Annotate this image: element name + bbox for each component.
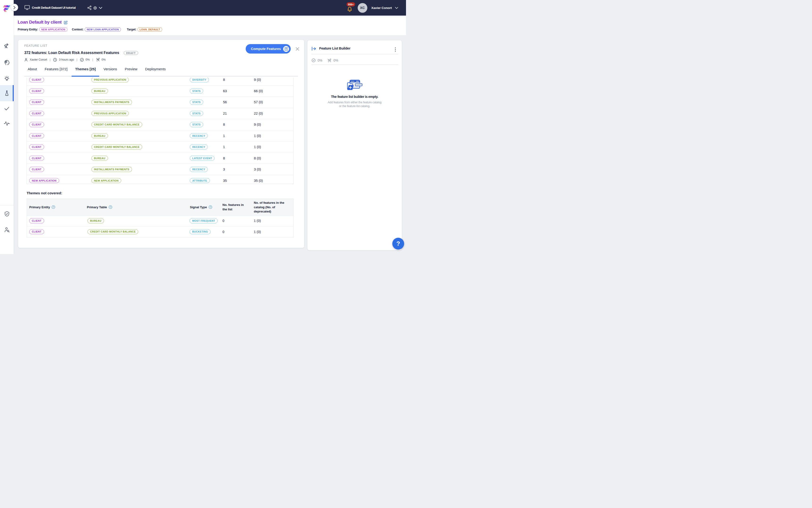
svg-text:?: ? — [53, 206, 54, 208]
svg-text:?: ? — [210, 206, 211, 208]
svg-text:?: ? — [109, 206, 111, 208]
svg-text:</>: </> — [356, 84, 359, 86]
